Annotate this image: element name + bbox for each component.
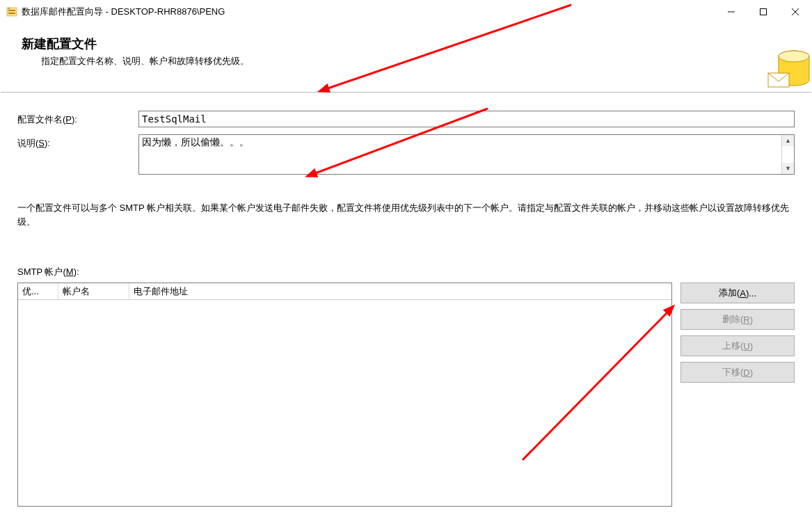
scroll-up-icon[interactable]: ▲ [782, 135, 794, 146]
col-account-name[interactable]: 帐户名 [58, 283, 129, 299]
description-row: 说明(S): ▲ ▼ [17, 134, 795, 175]
remove-button[interactable]: 删除(R) [680, 309, 795, 330]
page-title: 新建配置文件 [22, 35, 790, 52]
description-input[interactable] [139, 135, 781, 174]
profile-name-row: 配置文件名(P): [17, 111, 795, 127]
smtp-area: 优... 帐户名 电子邮件地址 添加(A)... 删除(R) 上移(U) 下移(… [17, 283, 795, 507]
svg-rect-1 [8, 10, 15, 11]
wizard-content: 配置文件名(P): 说明(S): ▲ ▼ 一个配置文件可以与多个 SMTP 帐户… [1, 93, 811, 507]
move-up-button[interactable]: 上移(U) [680, 335, 795, 356]
svg-point-9 [779, 51, 809, 62]
add-button[interactable]: 添加(A)... [680, 283, 795, 303]
svg-rect-0 [7, 8, 17, 16]
header-db-icon [763, 44, 811, 93]
col-priority[interactable]: 优... [18, 283, 58, 299]
smtp-accounts-label: SMTP 帐户(M): [17, 266, 795, 278]
close-button[interactable] [779, 1, 811, 23]
svg-rect-2 [8, 13, 15, 14]
svg-rect-5 [761, 9, 767, 15]
app-icon [6, 6, 17, 17]
info-text: 一个配置文件可以与多个 SMTP 帐户相关联。如果某个帐户发送电子邮件失败，配置… [17, 201, 795, 228]
dbmail-config-window: 数据库邮件配置向导 - DESKTOP-RHR8876\PENG 新建配置文件 … [0, 0, 812, 524]
grid-header: 优... 帐户名 电子邮件地址 [18, 283, 671, 300]
svg-point-3 [8, 8, 10, 9]
minimize-button[interactable] [715, 1, 747, 23]
textarea-scroll: ▲ ▼ [781, 135, 794, 174]
grid-buttons: 添加(A)... 删除(R) 上移(U) 下移(D) [680, 283, 795, 507]
description-label: 说明(S): [17, 134, 138, 150]
page-subtitle: 指定配置文件名称、说明、帐户和故障转移优先级。 [41, 55, 790, 68]
window-title: 数据库邮件配置向导 - DESKTOP-RHR8876\PENG [22, 6, 225, 18]
profile-name-input[interactable] [138, 111, 795, 127]
profile-name-label: 配置文件名(P): [17, 111, 138, 126]
wizard-header: 新建配置文件 指定配置文件名称、说明、帐户和故障转移优先级。 [1, 23, 811, 93]
smtp-accounts-grid[interactable]: 优... 帐户名 电子邮件地址 [17, 283, 672, 507]
move-down-button[interactable]: 下移(D) [680, 362, 795, 383]
col-email[interactable]: 电子邮件地址 [129, 283, 671, 299]
titlebar: 数据库邮件配置向导 - DESKTOP-RHR8876\PENG [1, 1, 811, 23]
scroll-down-icon[interactable]: ▼ [782, 163, 794, 174]
maximize-button[interactable] [747, 1, 779, 23]
description-textarea-wrap: ▲ ▼ [138, 134, 795, 175]
window-controls [715, 1, 811, 23]
